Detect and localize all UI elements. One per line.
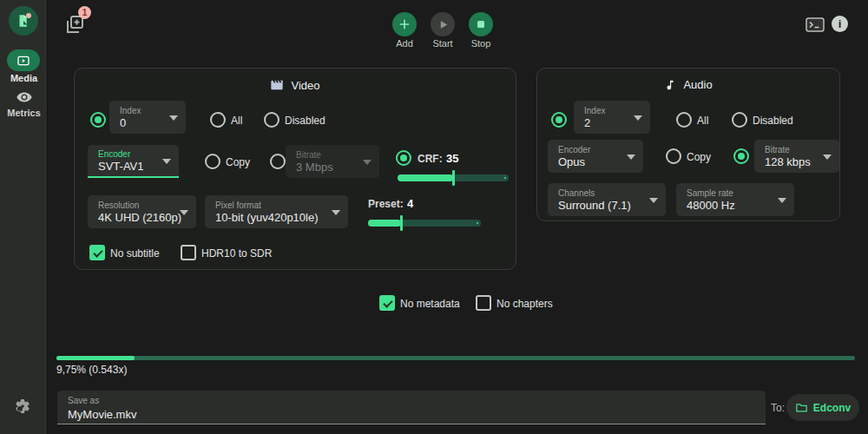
audio-index-value: 2 bbox=[584, 116, 628, 130]
crf-slider-fill bbox=[398, 174, 453, 181]
info-button[interactable]: i bbox=[832, 16, 848, 32]
audio-copy-radio[interactable] bbox=[666, 148, 681, 164]
audio-disabled-label: Disabled bbox=[753, 115, 793, 127]
audio-channels-dropdown[interactable]: Channels Surround (7.1) bbox=[548, 183, 666, 216]
no-metadata-checkbox[interactable] bbox=[379, 295, 395, 311]
video-resolution-label: Resolution bbox=[98, 200, 174, 211]
no-chapters-label: No chapters bbox=[496, 298, 553, 310]
video-copy-radio[interactable] bbox=[205, 154, 220, 169]
video-disabled-label: Disabled bbox=[285, 115, 326, 127]
audio-bitrate-label: Bitrate bbox=[765, 144, 817, 155]
no-subtitle-checkbox[interactable] bbox=[89, 245, 105, 260]
save-as-label: Save as bbox=[68, 395, 755, 406]
audio-encoder-dropdown[interactable]: Encoder Opus bbox=[548, 140, 643, 173]
stop-icon bbox=[476, 19, 486, 30]
video-title: Video bbox=[291, 79, 319, 92]
chevron-down-icon bbox=[332, 210, 340, 215]
video-encoder-label: Encoder bbox=[98, 148, 156, 160]
audio-panel: Audio Index 2 All Disabled Encoder Opus … bbox=[536, 68, 840, 221]
chevron-down-icon bbox=[778, 198, 786, 203]
progress-text: 9,75% (0.543x) bbox=[56, 364, 127, 376]
audio-disabled-radio[interactable] bbox=[732, 112, 747, 128]
chevron-down-icon bbox=[162, 159, 171, 164]
video-pixel-format-label: Pixel format bbox=[215, 200, 326, 211]
save-as-field[interactable]: Save as bbox=[57, 391, 766, 424]
audio-encoder-value: Opus bbox=[558, 155, 621, 169]
app-logo[interactable] bbox=[9, 6, 38, 36]
audio-copy-label: Copy bbox=[687, 151, 711, 163]
eye-icon bbox=[15, 89, 34, 106]
video-pixel-format-dropdown[interactable]: Pixel format 10-bit (yuv420p10le) bbox=[205, 195, 348, 228]
audio-index-dropdown[interactable]: Index 2 bbox=[574, 101, 650, 134]
chevron-down-icon bbox=[180, 210, 188, 215]
audio-bitrate-value: 128 kbps bbox=[765, 155, 817, 169]
audio-title: Audio bbox=[683, 78, 712, 91]
video-index-radio[interactable] bbox=[90, 112, 106, 128]
video-encoder-dropdown[interactable]: Encoder SVT-AV1 bbox=[88, 145, 179, 178]
video-bitrate-label: Bitrate bbox=[296, 149, 357, 161]
sidebar-item-media[interactable] bbox=[7, 49, 40, 71]
notification-dot-icon bbox=[26, 13, 31, 18]
chevron-down-icon bbox=[634, 115, 642, 121]
stop-button-label: Stop bbox=[462, 38, 500, 49]
filename-input[interactable] bbox=[68, 408, 755, 422]
audio-channels-value: Surround (7.1) bbox=[558, 199, 643, 213]
video-copy-label: Copy bbox=[226, 156, 250, 168]
video-bitrate-dropdown[interactable]: Bitrate 3 Mbps bbox=[286, 145, 379, 178]
add-button[interactable] bbox=[392, 12, 417, 36]
video-pixel-format-value: 10-bit (yuv420p10le) bbox=[215, 211, 326, 225]
sidebar-label-metrics: Metrics bbox=[0, 108, 48, 118]
info-icon: i bbox=[838, 17, 842, 30]
video-all-label: All bbox=[231, 115, 242, 127]
destination-label: Edconv bbox=[813, 402, 851, 414]
stop-button[interactable] bbox=[469, 12, 493, 36]
chevron-down-icon bbox=[363, 160, 372, 165]
video-index-value: 0 bbox=[120, 116, 163, 130]
video-index-dropdown[interactable]: Index 0 bbox=[109, 101, 186, 134]
video-library-icon bbox=[16, 54, 30, 68]
audio-bitrate-radio[interactable] bbox=[733, 148, 749, 164]
chevron-down-icon bbox=[627, 155, 635, 160]
progress-bar bbox=[56, 356, 855, 360]
preset-slider-thumb[interactable] bbox=[400, 215, 403, 231]
queue-count-badge: 1 bbox=[78, 6, 91, 19]
start-button[interactable] bbox=[431, 12, 455, 36]
video-bitrate-radio[interactable] bbox=[270, 154, 286, 169]
audio-sample-rate-dropdown[interactable]: Sample rate 48000 Hz bbox=[676, 183, 794, 216]
audio-all-radio[interactable] bbox=[676, 112, 692, 128]
audio-bitrate-dropdown[interactable]: Bitrate 128 kbps bbox=[754, 140, 839, 173]
video-all-radio[interactable] bbox=[210, 112, 226, 128]
chevron-down-icon bbox=[169, 115, 178, 121]
video-crf-label: CRF: bbox=[418, 153, 443, 165]
video-preset-slider[interactable] bbox=[368, 220, 481, 227]
no-subtitle-label: No subtitle bbox=[110, 247, 160, 260]
app-window: Media Metrics 1 Add Sta bbox=[0, 0, 868, 434]
movie-icon bbox=[270, 78, 284, 92]
video-index-label: Index bbox=[120, 105, 163, 116]
add-button-label: Add bbox=[385, 38, 424, 49]
to-label: To: bbox=[771, 402, 785, 414]
video-crf-value: 35 bbox=[446, 152, 458, 165]
audio-index-label: Index bbox=[584, 105, 628, 116]
crf-slider-thumb[interactable] bbox=[452, 170, 455, 186]
audio-index-radio[interactable] bbox=[551, 112, 567, 128]
video-crf-radio[interactable] bbox=[396, 150, 411, 166]
destination-button[interactable]: Edconv bbox=[786, 394, 859, 421]
video-resolution-dropdown[interactable]: Resolution 4K UHD (2160p) bbox=[88, 195, 196, 228]
video-resolution-value: 4K UHD (2160p) bbox=[98, 211, 174, 225]
video-crf-slider[interactable] bbox=[398, 174, 509, 181]
video-disabled-radio[interactable] bbox=[264, 112, 279, 128]
play-icon bbox=[437, 19, 449, 30]
terminal-button[interactable] bbox=[806, 17, 825, 32]
chevron-down-icon bbox=[823, 155, 832, 160]
terminal-icon bbox=[806, 17, 825, 32]
progress-bar-fill bbox=[56, 356, 135, 360]
settings-button[interactable] bbox=[14, 398, 33, 417]
hdr10-to-sdr-checkbox[interactable] bbox=[181, 245, 196, 260]
audio-channels-label: Channels bbox=[558, 187, 643, 199]
no-chapters-checkbox[interactable] bbox=[476, 295, 491, 311]
sidebar-item-metrics[interactable] bbox=[15, 89, 34, 106]
video-preset-label: Preset: bbox=[368, 198, 404, 210]
video-preset-value: 4 bbox=[407, 197, 413, 210]
audio-sample-rate-value: 48000 Hz bbox=[687, 199, 772, 213]
